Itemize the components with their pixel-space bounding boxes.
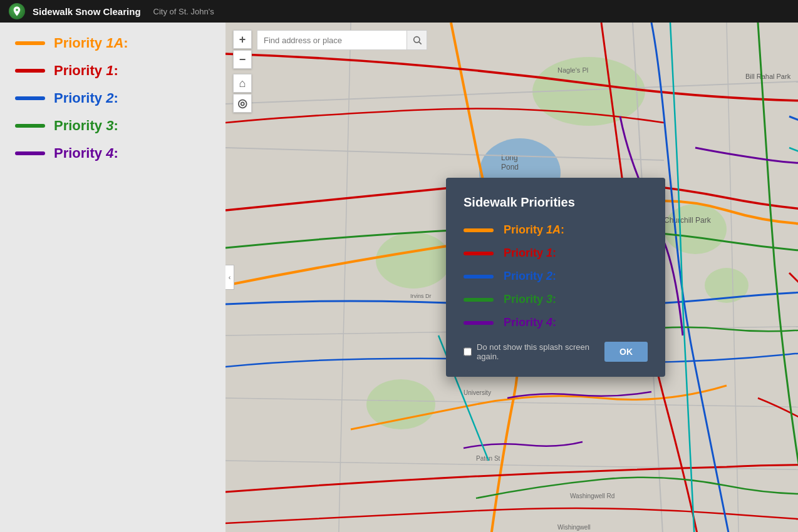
svg-text:Wishingwell: Wishingwell [557, 524, 591, 531]
modal-legend-item-2: Priority 2: [464, 270, 648, 283]
svg-text:University: University [464, 389, 491, 396]
sidewalk-priorities-modal: Sidewalk Priorities Priority 1A: Priorit… [446, 178, 665, 377]
modal-ok-button[interactable]: OK [604, 342, 648, 362]
legend-line-2 [15, 96, 45, 100]
sidebar: Priority 1A: Priority 1: Priority 2: Pri… [0, 23, 225, 532]
modal-legend-item-4: Priority 4: [464, 316, 648, 329]
legend-label-1a: Priority 1A: [54, 35, 128, 51]
modal-footer: Do not show this splash screen again. OK [464, 342, 648, 362]
modal-legend-label-3: Priority 3: [504, 293, 556, 306]
legend-label-3: Priority 3: [54, 118, 118, 134]
gps-button[interactable]: ◎ [233, 94, 252, 113]
legend-item-1a: Priority 1A: [15, 35, 210, 51]
modal-title: Sidewalk Priorities [464, 195, 648, 210]
legend-item-2: Priority 2: [15, 90, 210, 106]
modal-legend-label-1: Priority 1: [504, 247, 556, 260]
svg-text:Churchill Park: Churchill Park [664, 216, 712, 225]
legend-label-2: Priority 2: [54, 90, 118, 106]
main-layout: Priority 1A: Priority 1: Priority 2: Pri… [0, 23, 798, 532]
legend-label-4: Priority 4: [54, 145, 118, 161]
do-not-show-label: Do not show this splash screen again. [477, 342, 604, 361]
modal-legend-label-1a: Priority 1A: [504, 223, 564, 237]
app-title: Sidewalk Snow Clearing [33, 6, 141, 17]
zoom-in-button[interactable]: + [233, 30, 252, 49]
modal-legend-line-4 [464, 321, 494, 325]
legend-item-4: Priority 4: [15, 145, 210, 161]
do-not-show-checkbox[interactable] [464, 347, 472, 356]
legend-line-3 [15, 124, 45, 128]
modal-legend-line-1 [464, 252, 494, 255]
modal-legend-label-2: Priority 2: [504, 270, 556, 283]
modal-legend-item-1a: Priority 1A: [464, 223, 648, 237]
modal-legend-line-2 [464, 275, 494, 279]
map-container[interactable]: Nagle's Pl Bill Rahal Park Mt Cashe... G… [225, 23, 798, 532]
app-header: Sidewalk Snow Clearing City of St. John'… [0, 0, 798, 23]
search-button[interactable] [407, 30, 427, 50]
svg-text:Long: Long [501, 153, 518, 162]
svg-line-44 [419, 42, 422, 44]
legend-item-3: Priority 3: [15, 118, 210, 134]
search-input[interactable] [257, 30, 407, 50]
header-subtitle: City of St. John's [153, 7, 214, 16]
modal-legend-line-1a [464, 228, 494, 232]
modal-checkbox-row: Do not show this splash screen again. [464, 342, 604, 361]
svg-text:Irvins Dr: Irvins Dr [410, 293, 432, 299]
svg-text:Bill Rahal Park: Bill Rahal Park [745, 73, 791, 80]
svg-point-43 [413, 37, 419, 43]
svg-point-2 [376, 232, 451, 289]
home-button[interactable]: ⌂ [233, 74, 252, 93]
svg-point-4 [366, 379, 435, 429]
modal-legend-item-1: Priority 1: [464, 247, 648, 260]
search-bar [257, 30, 427, 50]
modal-legend-label-4: Priority 4: [504, 316, 556, 329]
sidebar-toggle-button[interactable]: ‹ [225, 265, 234, 290]
map-controls: + − ⌂ ◎ [233, 30, 252, 113]
modal-legend-line-3 [464, 298, 494, 302]
svg-text:Nagle's Pl: Nagle's Pl [557, 66, 588, 74]
legend-line-1a [15, 41, 45, 45]
legend-line-1 [15, 69, 45, 73]
modal-legend-item-3: Priority 3: [464, 293, 648, 306]
zoom-out-button[interactable]: − [233, 50, 252, 69]
legend-item-1: Priority 1: [15, 63, 210, 79]
legend-label-1: Priority 1: [54, 63, 118, 79]
app-logo [9, 3, 25, 19]
legend-line-4 [15, 151, 45, 155]
svg-text:Pond: Pond [501, 163, 519, 171]
svg-text:Washingwell Rd: Washingwell Rd [570, 493, 614, 499]
